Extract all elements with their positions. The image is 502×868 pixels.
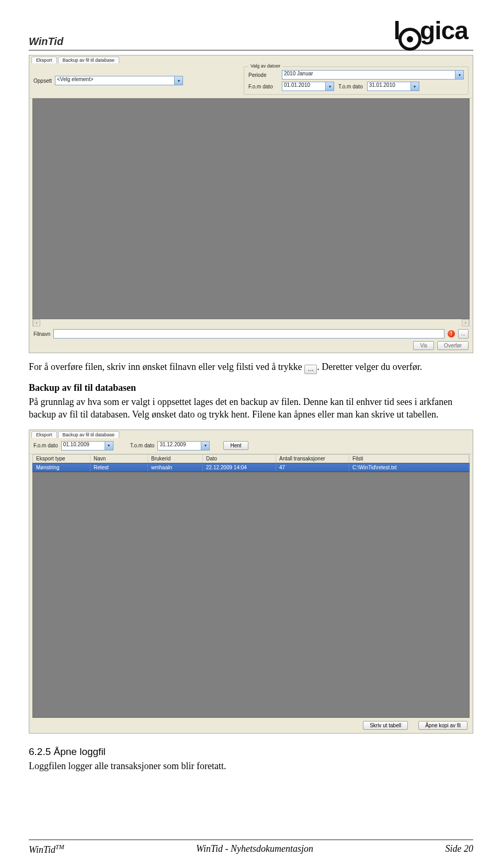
label-fom-2: F.o.m dato	[33, 443, 58, 448]
browse-button[interactable]: …	[458, 329, 469, 339]
date-group-legend: Valg av datoer	[248, 63, 282, 69]
th: Eksport type	[33, 455, 90, 463]
cell: C:\WinTid\retest.txt	[349, 464, 469, 471]
paragraph-backup: På grunnlag av hva som er valgt i oppset…	[29, 396, 473, 421]
tab-eksport-2[interactable]: Eksport	[31, 431, 57, 438]
tab-eksport[interactable]: Eksport	[31, 57, 57, 63]
th: Navn	[90, 455, 148, 463]
fom-value-2: 01.10.2009	[63, 442, 89, 447]
table-body-empty	[32, 472, 470, 718]
heading-backup: Backup av fil til databasen	[29, 382, 473, 393]
label-oppsett: Oppsett	[33, 78, 52, 84]
periode-value: 2010 Januar	[284, 71, 313, 76]
footer-center: WinTid - Nyhetsdokumentasjon	[196, 843, 313, 855]
footer-app-name: WinTid	[29, 844, 55, 855]
scroll-right-icon[interactable]: ›	[462, 319, 469, 326]
app-title: WinTid	[29, 36, 63, 48]
logo-o-icon	[398, 28, 421, 51]
fom-value: 01.01.2010	[284, 82, 310, 88]
brand-logo: l gica	[394, 18, 468, 48]
vis-button[interactable]: Vis	[413, 341, 434, 350]
oppsett-select-value: <Velg element>	[57, 76, 94, 82]
cell: wmhaaln	[148, 464, 203, 471]
page-footer: WinTidTM WinTid - Nyhetsdokumentasjon Si…	[29, 839, 473, 855]
tab-backup[interactable]: Backup av fil til database	[58, 57, 120, 63]
screenshot-export-window: Eksport Backup av fil til database Oppse…	[29, 55, 473, 353]
scrollbar-horizontal[interactable]: ‹ ›	[32, 319, 470, 326]
oppsett-select[interactable]: <Velg element> ▾	[55, 76, 183, 85]
table-header: Eksport type Navn Brukerid Dato Antall t…	[32, 454, 470, 463]
chevron-down-icon: ▾	[174, 76, 182, 85]
label-filnavn: Filnavn	[33, 331, 50, 337]
logo-rest: gica	[420, 18, 468, 43]
heading-apne-loggfil: 6.2.5 Åpne loggfil	[29, 746, 473, 758]
chevron-down-icon: ▾	[410, 82, 419, 91]
tom-value: 31.01.2010	[369, 82, 395, 88]
periode-select[interactable]: 2010 Januar ▾	[282, 70, 464, 80]
label-tom: T.o.m dato	[338, 84, 363, 89]
text: For å overføre filen, skriv inn ønsket f…	[29, 362, 304, 372]
th: Brukerid	[148, 455, 203, 463]
table-row[interactable]: Mønstring Retest wmhaaln 22.12.2009 14:0…	[32, 463, 470, 472]
cell: Mønstring	[33, 464, 90, 471]
text: . Deretter velger du overfør.	[317, 362, 422, 372]
apne-kopi-button[interactable]: Åpne kopi av fil	[418, 721, 467, 730]
paragraph-overfor: For å overføre filen, skriv inn ønsket f…	[29, 360, 473, 374]
footer-tm: TM	[55, 843, 64, 851]
label-periode: Periode	[248, 72, 278, 78]
th: Antall transaksjoner	[276, 455, 349, 463]
tom-value-2: 31.12.2009	[159, 442, 186, 447]
tom-date-2[interactable]: 31.12.2009 ▾	[157, 441, 210, 450]
tab-backup-2[interactable]: Backup av fil til database	[58, 431, 120, 438]
inline-browse-button-icon: …	[304, 365, 317, 374]
result-area	[32, 98, 470, 319]
chevron-down-icon: ▾	[455, 71, 463, 79]
skriv-ut-tabell-button[interactable]: Skriv ut tabell	[363, 721, 408, 730]
footer-left: WinTidTM	[29, 843, 64, 855]
label-fom: F.o.m dato	[248, 84, 278, 89]
hent-button[interactable]: Hent	[223, 441, 248, 450]
scroll-left-icon[interactable]: ‹	[33, 319, 40, 326]
th: Filsti	[349, 455, 469, 463]
fom-date-2[interactable]: 01.10.2009 ▾	[61, 441, 113, 450]
paragraph-loggfil: Loggfilen logger alle transaksjoner som …	[29, 760, 473, 772]
chevron-down-icon: ▾	[105, 442, 113, 450]
error-icon: !	[448, 330, 455, 337]
footer-right: Side 20	[445, 843, 473, 855]
chevron-down-icon: ▾	[201, 442, 209, 450]
cell: 22.12.2009 14:04	[203, 464, 276, 471]
tom-date[interactable]: 31.01.2010 ▾	[367, 82, 419, 91]
th: Dato	[203, 455, 276, 463]
overfor-button[interactable]: Overfør	[437, 341, 469, 350]
cell: Retest	[90, 464, 148, 471]
screenshot-backup-window: Eksport Backup av fil til database F.o.m…	[29, 430, 473, 734]
filnavn-input[interactable]	[53, 329, 444, 339]
fom-date[interactable]: 01.01.2010 ▾	[282, 82, 334, 91]
label-tom-2: T.o.m dato	[130, 443, 155, 448]
chevron-down-icon: ▾	[325, 82, 334, 91]
cell: 47	[276, 464, 349, 471]
